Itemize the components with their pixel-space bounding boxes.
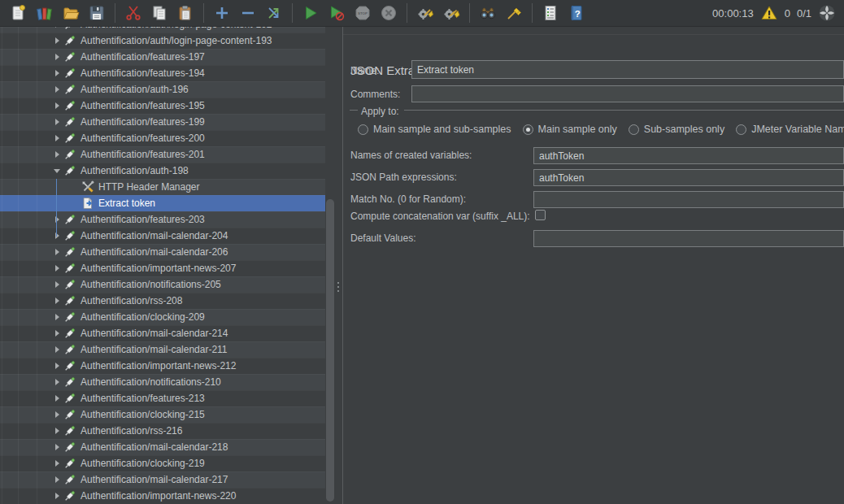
expand-arrow-icon[interactable]	[52, 345, 62, 354]
collapse-arrow-icon[interactable]	[52, 166, 62, 176]
search-icon[interactable]	[478, 3, 498, 23]
warning-icon[interactable]	[760, 4, 778, 22]
tree-item[interactable]: Authentification/features-201	[0, 146, 325, 163]
expand-arrow-icon[interactable]	[52, 85, 62, 94]
tree-item[interactable]: Authentification/important-news-212	[0, 358, 325, 374]
radio-icon[interactable]	[736, 124, 746, 135]
name-input[interactable]	[411, 60, 844, 79]
expand-arrow-icon[interactable]	[52, 312, 62, 322]
expand-arrow-icon[interactable]	[52, 280, 62, 289]
expand-arrow-icon[interactable]	[52, 101, 62, 111]
comments-input[interactable]	[411, 85, 844, 102]
tree-item[interactable]: Authentification/mail-calendar-204	[0, 228, 325, 244]
expand-arrow-icon[interactable]	[52, 133, 62, 143]
radio-selected-icon[interactable]	[523, 124, 533, 135]
scrollbar-thumb[interactable]	[326, 199, 334, 502]
tree-item[interactable]: Authentification/clocking-209	[0, 309, 325, 325]
expand-arrow-icon[interactable]	[52, 475, 62, 484]
tree-item[interactable]: Authentification/mail-calendar-214	[0, 325, 325, 341]
main-toolbar: STOP? 00:00:13 0 0/1	[0, 0, 844, 27]
splitter-grip-icon[interactable]	[337, 282, 339, 292]
expand-arrow-icon[interactable]	[52, 231, 62, 241]
apply-to-radio-option[interactable]: Main sample only	[523, 124, 617, 135]
tree-item[interactable]: Authentification/auth-198	[0, 163, 325, 179]
save-icon[interactable]	[87, 3, 107, 23]
expand-arrow-icon[interactable]	[52, 247, 62, 257]
clear-all-icon[interactable]	[442, 3, 461, 23]
split-pane-divider[interactable]	[335, 27, 342, 504]
toggle-icon[interactable]	[264, 3, 284, 23]
remove-icon[interactable]	[238, 3, 258, 23]
tree-item[interactable]: Authentification/auth/login-page-content…	[0, 33, 325, 49]
copy-icon[interactable]	[150, 3, 169, 23]
tree-item[interactable]: Authentification/features-197	[0, 49, 325, 65]
cut-icon[interactable]	[124, 3, 143, 23]
tree-item[interactable]: Authentification/features-195	[0, 98, 325, 114]
tree-item[interactable]: Authentification/features-200	[0, 130, 325, 146]
concat-var-checkbox[interactable]	[535, 210, 546, 220]
tree-item[interactable]: Authentification/features-194	[0, 65, 325, 81]
tree-scrollbar[interactable]	[325, 27, 335, 504]
tree-item[interactable]: Authentification/rss-208	[0, 293, 325, 309]
test-plan-tree[interactable]: Authentification/auth/login-page-content…	[0, 27, 335, 504]
new-file-icon[interactable]	[9, 3, 28, 23]
tree-item[interactable]: Authentification/mail-calendar-211	[0, 341, 325, 358]
expand-arrow-icon[interactable]	[52, 377, 62, 387]
expand-arrow-icon[interactable]	[52, 52, 62, 62]
tree-item[interactable]: Authentification/features-213	[0, 390, 325, 406]
apply-to-radio-option[interactable]: Main sample and sub-samples	[358, 124, 511, 135]
apply-to-radio-option[interactable]: Sub-samples only	[629, 124, 724, 135]
expand-arrow-icon[interactable]	[52, 150, 62, 159]
expand-arrow-icon[interactable]	[52, 458, 62, 468]
start-icon[interactable]	[301, 3, 320, 23]
tree-item[interactable]: Authentification/notifications-210	[0, 374, 325, 390]
clear-icon[interactable]	[415, 3, 435, 23]
expand-arrow-icon[interactable]	[52, 215, 62, 224]
radio-icon[interactable]	[629, 124, 639, 135]
default-values-input[interactable]	[533, 230, 844, 247]
paste-icon[interactable]	[176, 3, 195, 23]
expand-arrow-icon[interactable]	[52, 442, 62, 452]
expand-arrow-icon[interactable]	[52, 426, 62, 436]
created-variables-input[interactable]	[533, 147, 844, 164]
tree-item[interactable]: Authentification/features-199	[0, 114, 325, 130]
tree-item[interactable]: Authentification/rss-216	[0, 423, 325, 439]
add-icon[interactable]	[212, 3, 232, 23]
tree-item[interactable]: HTTP Header Manager	[0, 179, 325, 195]
json-path-input[interactable]	[533, 169, 844, 186]
expand-arrow-icon[interactable]	[52, 68, 62, 78]
expand-arrow-icon[interactable]	[52, 491, 62, 501]
expand-arrow-icon[interactable]	[52, 27, 62, 29]
expand-arrow-icon[interactable]	[52, 393, 62, 403]
expand-arrow-icon[interactable]	[52, 296, 62, 306]
open-folder-icon[interactable]	[61, 3, 80, 23]
tree-item[interactable]: Authentification/mail-calendar-217	[0, 471, 325, 488]
tree-item-label: Authentification/mail-calendar-218	[80, 441, 233, 453]
tree-item[interactable]: Authentification/notifications-205	[0, 276, 325, 293]
tree-item[interactable]: Authentification/auth/login-page-content…	[0, 27, 325, 33]
radio-icon[interactable]	[358, 124, 368, 135]
tree-item[interactable]: Authentification/features-203	[0, 211, 325, 228]
help-icon[interactable]: ?	[567, 3, 586, 23]
apply-to-radio-option[interactable]: JMeter Variable Name to use	[736, 124, 844, 135]
tree-item[interactable]: Authentification/clocking-215	[0, 406, 325, 423]
tree-item[interactable]: Authentification/mail-calendar-206	[0, 244, 325, 260]
templates-icon[interactable]	[35, 3, 54, 23]
tree-item[interactable]: Authentification/important-news-220	[0, 488, 325, 504]
expand-arrow-icon[interactable]	[52, 117, 62, 127]
start-no-pauses-icon[interactable]	[327, 3, 346, 23]
expand-arrow-icon[interactable]	[52, 328, 62, 338]
function-helper-icon[interactable]	[541, 3, 560, 23]
expand-arrow-icon[interactable]	[52, 263, 62, 273]
match-no-input[interactable]	[533, 191, 844, 208]
tree-item[interactable]: Authentification/mail-calendar-218	[0, 439, 325, 455]
tree-item[interactable]: Authentification/clocking-219	[0, 455, 325, 471]
tree-item-label: Authentification/rss-216	[80, 425, 187, 437]
expand-arrow-icon[interactable]	[52, 410, 62, 419]
tree-item[interactable]: Authentification/important-news-207	[0, 260, 325, 276]
expand-arrow-icon[interactable]	[52, 361, 62, 371]
expand-arrow-icon[interactable]	[52, 36, 62, 46]
tree-item[interactable]: Authentification/auth-196	[0, 81, 325, 98]
search-reset-icon[interactable]	[504, 3, 524, 23]
tree-item[interactable]: Extract token	[0, 195, 325, 211]
